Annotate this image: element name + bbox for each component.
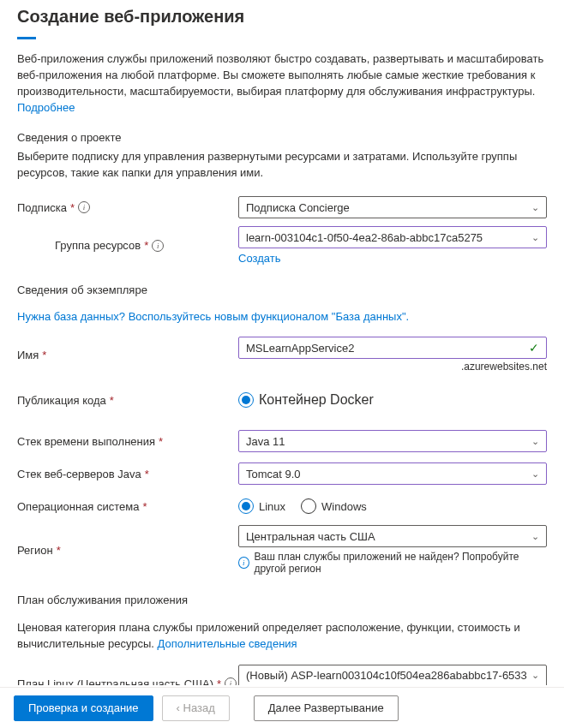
create-resource-group-link[interactable]: Создать <box>238 252 280 265</box>
back-button: ‹ Назад <box>162 695 230 721</box>
resource-group-select[interactable]: learn-003104c1-0f50-4ea2-86ab-abbc17ca52… <box>238 226 547 248</box>
chevron-down-icon: ⌄ <box>531 436 539 447</box>
chevron-down-icon: ⌄ <box>531 670 539 681</box>
next-button[interactable]: Далее Развертывание <box>254 695 399 721</box>
subscription-select[interactable]: Подписка Concierge ⌄ <box>238 196 547 218</box>
region-value: Центральная часть США <box>246 530 375 543</box>
database-hint: Нужна база данных? Воспользуйтесь новым … <box>17 310 547 323</box>
active-tab-indicator <box>17 37 36 39</box>
publish-label: Публикация кода <box>17 394 106 407</box>
required-marker: * <box>42 349 46 361</box>
webserver-stack-label: Стек веб-серверов Java <box>17 468 141 480</box>
runtime-stack-value: Java 11 <box>246 435 285 448</box>
os-linux-radio[interactable]: Linux <box>238 498 285 514</box>
required-marker: * <box>57 544 61 557</box>
os-radio-group: Linux Windows <box>238 498 547 514</box>
runtime-stack-select[interactable]: Java 11 ⌄ <box>238 430 547 452</box>
plan-more-link[interactable]: Дополнительные сведения <box>158 637 297 650</box>
plan-section-desc: Ценовая категория плана службы приложени… <box>17 620 547 653</box>
page-description: Веб-приложения службы приложений позволя… <box>17 51 547 116</box>
review-create-button[interactable]: Проверка и создание <box>14 695 153 721</box>
database-hint-text: Нужна база данных? Воспользуйтесь <box>17 310 214 323</box>
info-icon[interactable]: i <box>225 677 237 685</box>
webserver-stack-value: Tomcat 9.0 <box>246 468 301 480</box>
required-marker: * <box>143 500 147 513</box>
required-marker: * <box>70 201 75 214</box>
plan-label: План Linux (Центральная часть США) <box>17 677 213 685</box>
region-hint: Ваш план службы приложений не найден? По… <box>255 551 548 575</box>
chevron-down-icon: ⌄ <box>531 232 539 243</box>
page-description-text: Веб-приложения службы приложений позволя… <box>17 52 543 98</box>
plan-section-title: План обслуживания приложения <box>17 594 547 606</box>
webserver-stack-select[interactable]: Tomcat 9.0 ⌄ <box>238 462 547 485</box>
region-select[interactable]: Центральная часть США ⌄ <box>238 525 547 547</box>
name-value: MSLearnAppService2 <box>246 342 354 355</box>
chevron-down-icon: ⌄ <box>531 202 539 213</box>
chevron-down-icon: ⌄ <box>531 468 539 480</box>
name-label: Имя <box>17 349 39 361</box>
publish-docker-radio[interactable]: Контейнер Docker <box>238 392 374 408</box>
subscription-label: Подписка <box>17 201 67 214</box>
check-icon: ✓ <box>529 341 539 355</box>
name-input[interactable]: MSLearnAppService2 ✓ <box>238 337 547 359</box>
resource-group-label: Группа ресурсов <box>55 239 141 252</box>
learn-more-link[interactable]: Подробнее <box>17 101 75 114</box>
page-title: Создание веб-приложения <box>17 7 547 27</box>
info-icon[interactable]: i <box>78 201 90 213</box>
os-label: Операционная система <box>17 500 140 513</box>
required-marker: * <box>110 394 114 407</box>
os-windows-label: Windows <box>321 500 367 513</box>
required-marker: * <box>145 468 149 480</box>
name-suffix: .azurewebsites.net <box>238 361 547 373</box>
subscription-value: Подписка Concierge <box>246 201 350 214</box>
instance-section-title: Сведения об экземпляре <box>17 283 547 296</box>
required-marker: * <box>217 677 221 685</box>
chevron-down-icon: ⌄ <box>531 531 539 542</box>
info-icon: i <box>238 557 249 569</box>
tab-strip <box>17 37 547 39</box>
os-windows-radio[interactable]: Windows <box>301 498 367 514</box>
plan-select[interactable]: (Новый) ASP-learn003104c10f504ea286ababb… <box>238 665 547 685</box>
resource-group-value: learn-003104c1-0f50-4ea2-86ab-abbc17ca52… <box>246 231 483 244</box>
plan-value: (Новый) ASP-learn003104c10f504ea286ababb… <box>246 669 527 682</box>
runtime-stack-label: Стек времени выполнения <box>17 435 155 448</box>
info-icon[interactable]: i <box>152 240 164 252</box>
publish-radio-group: Контейнер Docker <box>238 392 547 408</box>
required-marker: * <box>159 435 163 448</box>
database-hint-link[interactable]: новым функционалом "База данных". <box>214 310 409 323</box>
os-linux-label: Linux <box>259 500 285 513</box>
footer-bar: Проверка и создание ‹ Назад Далее Развер… <box>0 687 564 728</box>
region-label: Регион <box>17 544 53 557</box>
required-marker: * <box>144 239 148 252</box>
project-section-title: Сведения о проекте <box>17 131 547 144</box>
publish-docker-label: Контейнер Docker <box>259 392 374 408</box>
project-section-desc: Выберите подписку для управления разверн… <box>17 149 547 182</box>
